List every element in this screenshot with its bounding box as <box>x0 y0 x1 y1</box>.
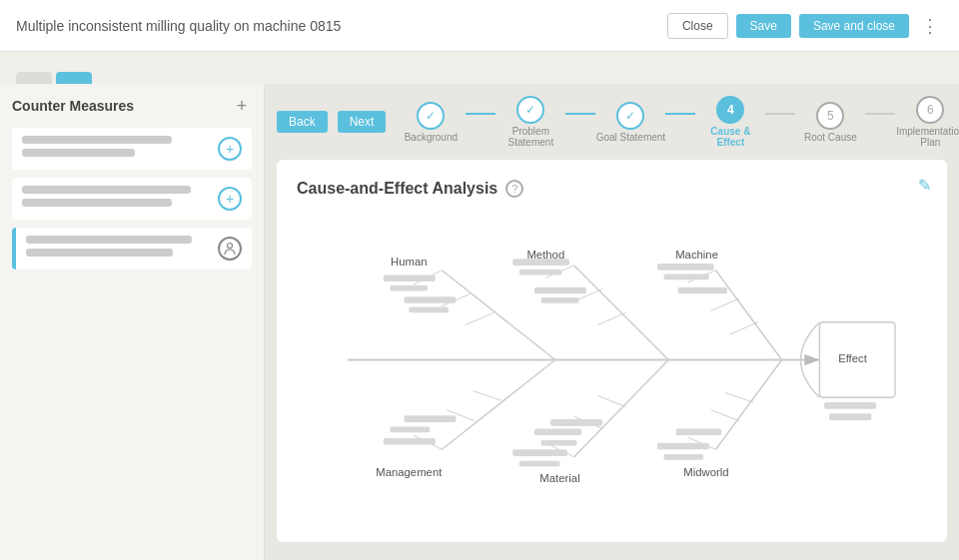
placeholder-line <box>22 186 191 194</box>
step-3-circle: ✓ <box>616 102 644 130</box>
svg-rect-12 <box>409 307 449 313</box>
step-1[interactable]: ✓ Background <box>396 102 466 143</box>
svg-rect-49 <box>663 454 703 460</box>
connector-2 <box>565 113 595 115</box>
svg-rect-18 <box>519 270 562 276</box>
page-title: Multiple inconsistent milling quality on… <box>16 18 341 34</box>
svg-line-24 <box>730 322 758 334</box>
step-2-circle: ✓ <box>516 96 544 124</box>
svg-line-8 <box>466 312 493 324</box>
connector-5 <box>865 113 895 115</box>
svg-line-16 <box>597 312 625 324</box>
category-machine: Machine <box>675 249 718 261</box>
svg-rect-10 <box>390 285 428 291</box>
tab-1[interactable] <box>16 72 52 84</box>
svg-line-38 <box>597 395 625 406</box>
more-button[interactable]: ⋮ <box>917 15 943 37</box>
step-2-label: Problem Statement <box>495 126 565 148</box>
right-panel: Back Next ✓ Background ✓ Problem Stateme… <box>265 84 959 560</box>
category-management: Management <box>376 466 443 478</box>
sidebar-item-2[interactable]: + <box>12 178 252 220</box>
svg-rect-48 <box>657 443 709 450</box>
placeholder-line <box>26 249 173 257</box>
step-3-label: Goal Statement <box>595 132 665 143</box>
tabs-bar <box>0 52 959 84</box>
step-5-circle: 5 <box>816 102 844 130</box>
svg-rect-33 <box>390 427 430 433</box>
svg-rect-39 <box>512 449 567 456</box>
content-header: Cause-and-Effect Analysis ? <box>297 180 927 198</box>
svg-line-13 <box>574 266 669 360</box>
svg-rect-4 <box>829 413 872 420</box>
sidebar-item-1-icon: + <box>218 137 242 161</box>
svg-rect-40 <box>519 461 560 467</box>
step-3[interactable]: ✓ Goal Statement <box>595 102 665 143</box>
step-4[interactable]: 4 Cause & Effect <box>695 96 765 148</box>
category-method: Method <box>526 249 564 261</box>
sidebar-item-2-lines <box>22 186 210 212</box>
step-1-label: Background <box>396 132 466 143</box>
svg-point-0 <box>228 244 233 249</box>
sidebar-item-2-icon: + <box>218 187 242 211</box>
svg-rect-42 <box>541 440 577 446</box>
step-1-circle: ✓ <box>417 102 445 130</box>
sidebar-item-3-icon <box>218 237 242 261</box>
wizard-steps: ✓ Background ✓ Problem Statement ✓ Goal … <box>396 96 959 148</box>
step-4-label: Cause & Effect <box>695 126 765 148</box>
svg-rect-34 <box>405 415 457 422</box>
svg-rect-43 <box>550 419 602 426</box>
svg-rect-20 <box>541 297 579 303</box>
effect-label: Effect <box>838 352 868 364</box>
help-icon[interactable]: ? <box>505 180 523 198</box>
step-5[interactable]: 5 Root Cause <box>795 102 865 143</box>
save-and-close-button[interactable]: Save and close <box>799 14 909 38</box>
svg-rect-26 <box>663 274 708 280</box>
sidebar-item-3[interactable] <box>12 228 252 270</box>
wizard-nav: Back Next ✓ Background ✓ Problem Stateme… <box>277 96 947 148</box>
sidebar-header: Counter Measures + <box>12 96 252 116</box>
top-bar-actions: Close Save Save and close ⋮ <box>667 13 943 39</box>
step-6-label: Implementation Plan <box>895 126 959 148</box>
svg-line-46 <box>711 410 739 421</box>
svg-rect-9 <box>384 275 436 281</box>
sidebar-item-3-lines <box>26 236 210 262</box>
svg-rect-50 <box>676 428 721 435</box>
save-button[interactable]: Save <box>736 14 791 38</box>
step-6[interactable]: 6 Implementation Plan <box>895 96 959 148</box>
category-human: Human <box>391 256 428 268</box>
content-title: Cause-and-Effect Analysis <box>297 180 497 198</box>
svg-line-23 <box>711 298 739 310</box>
step-4-circle: 4 <box>716 96 744 124</box>
close-button[interactable]: Close <box>667 13 728 39</box>
svg-line-21 <box>715 271 781 360</box>
svg-rect-41 <box>534 428 581 435</box>
svg-rect-19 <box>534 287 586 294</box>
connector-1 <box>466 113 495 115</box>
svg-rect-11 <box>405 296 457 303</box>
placeholder-line <box>26 236 192 244</box>
svg-line-44 <box>715 360 781 450</box>
svg-line-35 <box>574 360 669 457</box>
svg-line-31 <box>474 391 501 400</box>
placeholder-line <box>22 199 172 207</box>
sidebar: Counter Measures + + + <box>0 84 265 560</box>
svg-rect-3 <box>824 402 876 409</box>
placeholder-line <box>22 136 172 144</box>
edit-icon[interactable]: ✎ <box>918 176 931 195</box>
connector-3 <box>665 113 695 115</box>
category-material: Material <box>539 472 579 484</box>
top-bar: Multiple inconsistent milling quality on… <box>0 0 959 52</box>
step-2[interactable]: ✓ Problem Statement <box>495 96 565 148</box>
sidebar-add-button[interactable]: + <box>232 96 252 116</box>
category-midworld: Midworld <box>683 466 728 478</box>
next-button[interactable]: Next <box>338 111 387 133</box>
content-card: Cause-and-Effect Analysis ? ✎ <box>277 160 947 542</box>
back-button[interactable]: Back <box>277 111 328 133</box>
svg-line-28 <box>442 360 554 450</box>
svg-line-5 <box>442 271 554 360</box>
sidebar-item-1[interactable]: + <box>12 128 252 170</box>
main-layout: Counter Measures + + + <box>0 84 959 560</box>
sidebar-item-1-lines <box>22 136 210 162</box>
svg-rect-32 <box>384 438 436 445</box>
tab-2[interactable] <box>56 72 92 84</box>
